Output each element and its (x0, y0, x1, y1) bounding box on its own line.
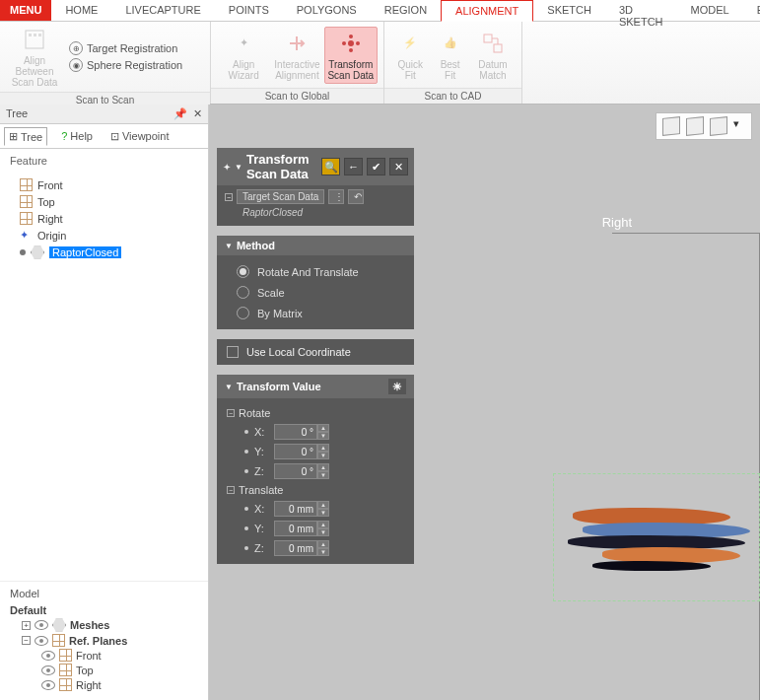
collapse-panel-icon[interactable]: ▼ (235, 163, 242, 172)
tab-more[interactable]: E (743, 0, 760, 21)
panel-close-button[interactable]: ✕ (389, 158, 408, 175)
pin-icon[interactable]: 📌 (173, 107, 187, 120)
model-default[interactable]: Default (10, 603, 198, 617)
expand-icon[interactable]: + (22, 621, 31, 630)
best-fit-button[interactable]: 👍Best Fit (430, 28, 469, 83)
tab-3dsketch[interactable]: 3D SKETCH (605, 0, 677, 21)
help-icon: ? (61, 130, 67, 142)
panel-back-button[interactable]: ← (344, 158, 363, 175)
tab-menu[interactable]: MENU (0, 0, 51, 21)
rotate-group-label: Rotate (239, 407, 270, 419)
method-scale-radio[interactable]: Scale (227, 282, 404, 303)
datum-match-button[interactable]: Datum Match (470, 28, 516, 83)
view-cube-2[interactable] (686, 116, 704, 136)
svg-point-7 (349, 35, 353, 38)
model-refplane-right[interactable]: Right (10, 677, 198, 692)
feature-section-label: Feature (0, 149, 208, 173)
tab-points[interactable]: POINTS (215, 0, 283, 21)
rotate-x-input[interactable]: ▲▼ (274, 424, 329, 440)
tree-node-front[interactable]: Front (10, 176, 198, 193)
tree-panel-title: Tree (6, 107, 28, 120)
model-section-label: Model (10, 586, 198, 603)
radio-off-icon (237, 307, 249, 319)
align-scan-icon (21, 26, 48, 53)
highlight-button[interactable]: ☀ (388, 379, 406, 394)
group-caption-scan-to-global: Scan to Global (211, 88, 383, 104)
target-section: − Target Scan Data ⋮⋮ ↶ RaptorClosed (217, 185, 414, 226)
mesh-icon (31, 245, 44, 259)
translate-x-input[interactable]: ▲▼ (274, 501, 329, 517)
tree-tab-viewpoint[interactable]: ⊡Viewpoint (106, 127, 173, 145)
transform-scan-data-button[interactable]: Transform Scan Data (324, 27, 378, 84)
collapse-icon[interactable]: − (22, 636, 31, 645)
align-wizard-button[interactable]: ✦Align Wizard (217, 28, 270, 83)
view-cube-toolbar: ▾ (656, 112, 752, 140)
view-cube-more[interactable]: ▾ (733, 117, 745, 135)
tab-sketch[interactable]: SKETCH (533, 0, 605, 21)
svg-rect-9 (484, 35, 492, 42)
ribbon: Align Between Scan Data ⊕Target Registra… (0, 22, 760, 105)
rotate-z-input[interactable]: ▲▼ (274, 463, 329, 479)
svg-rect-10 (494, 44, 502, 52)
radio-on-icon (237, 265, 249, 278)
model-meshes[interactable]: +Meshes (10, 617, 198, 633)
sphere-registration-button[interactable]: ◉Sphere Registration (69, 58, 182, 72)
tree-node-right[interactable]: Right (10, 210, 198, 227)
method-header[interactable]: ▼Method (217, 236, 414, 255)
collapse-icon[interactable]: ▼ (225, 383, 233, 391)
tab-region[interactable]: REGION (371, 0, 441, 21)
bullet-icon (20, 249, 26, 255)
interactive-alignment-button[interactable]: Interactive Alignment (270, 28, 323, 83)
svg-point-8 (349, 48, 353, 52)
tab-polygons[interactable]: POLYGONS (283, 0, 371, 21)
tree-tab-tree[interactable]: ⊞Tree (4, 127, 47, 146)
svg-point-6 (356, 41, 360, 45)
tree-node-origin[interactable]: Origin (10, 227, 198, 244)
tab-alignment[interactable]: ALIGNMENT (441, 0, 533, 22)
eye-icon[interactable] (41, 651, 55, 661)
quick-fit-button[interactable]: ⚡Quick Fit (390, 28, 430, 83)
tree-tab-help[interactable]: ?Help (57, 127, 97, 145)
view-cube-1[interactable] (662, 116, 680, 136)
eye-icon[interactable] (35, 636, 48, 646)
pin-panel-icon[interactable]: ✦ (223, 162, 231, 173)
align-between-scan-data-button[interactable]: Align Between Scan Data (6, 24, 63, 90)
target-pick-button[interactable]: ⋮⋮ (328, 189, 344, 204)
tree-node-raptor[interactable]: RaptorClosed (10, 244, 198, 261)
collapse-icon[interactable]: − (227, 486, 235, 494)
target-undo-button[interactable]: ↶ (348, 189, 364, 204)
model-refplane-front[interactable]: Front (10, 648, 198, 663)
eye-icon[interactable] (41, 665, 55, 675)
target-scan-data-label: Target Scan Data (237, 189, 324, 204)
close-icon[interactable]: ✕ (193, 107, 202, 120)
method-rotate-translate-radio[interactable]: Rotate And Translate (227, 261, 404, 282)
view-cube-3[interactable] (710, 116, 727, 136)
tab-livecapture[interactable]: LIVECAPTURE (111, 0, 214, 21)
bestfit-icon: 👍 (437, 30, 464, 57)
checkbox-icon (227, 346, 239, 358)
tree-node-top[interactable]: Top (10, 193, 198, 210)
scan-mesh[interactable] (563, 488, 760, 587)
eye-icon[interactable] (35, 620, 48, 630)
tab-model[interactable]: MODEL (677, 0, 743, 21)
viewport-canvas[interactable]: ▾ Right ✦ ▼ Transform Scan Data 🔍 ← ✔ ✕ (209, 105, 760, 700)
panel-ok-button[interactable]: ✔ (367, 158, 385, 175)
tab-home[interactable]: HOME (51, 0, 111, 21)
rotate-y-input[interactable]: ▲▼ (274, 444, 329, 459)
viewpoint-icon: ⊡ (110, 130, 119, 143)
collapse-icon[interactable]: − (227, 409, 235, 417)
model-refplanes[interactable]: −Ref. Planes (10, 633, 198, 648)
target-registration-button[interactable]: ⊕Target Registration (69, 41, 182, 55)
panel-find-button[interactable]: 🔍 (321, 158, 340, 175)
eye-icon[interactable] (41, 680, 55, 690)
method-by-matrix-radio[interactable]: By Matrix (227, 303, 404, 323)
plane-icon (59, 678, 72, 691)
translate-z-input[interactable]: ▲▼ (274, 540, 329, 556)
plane-icon (20, 212, 33, 225)
local-coord-checkbox[interactable]: Use Local Coordinate (217, 339, 414, 365)
wand-icon: ✦ (230, 30, 257, 57)
svg-rect-2 (34, 34, 36, 36)
model-refplane-top[interactable]: Top (10, 663, 198, 677)
translate-y-input[interactable]: ▲▼ (274, 521, 329, 536)
collapse-icon[interactable]: − (225, 193, 233, 201)
